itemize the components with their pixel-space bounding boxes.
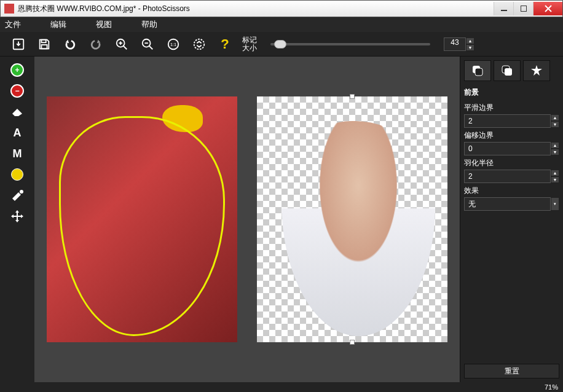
panel-tabs [464,60,559,81]
svg-rect-19 [475,68,482,76]
effect-select[interactable]: 无 [464,197,551,211]
tab-background[interactable] [494,60,521,81]
eraser-tool[interactable] [6,103,28,120]
statusbar: 71% [0,382,563,392]
reset-button[interactable]: 重置 [464,364,559,378]
menubar: 文件 编辑 视图 帮助 [0,17,563,32]
redo-button[interactable] [87,36,104,53]
window-controls [494,2,562,15]
auto-tool[interactable]: A [6,124,28,141]
zoom-out-button[interactable] [139,36,156,53]
menu-file[interactable]: 文件 [5,19,21,30]
svg-point-16 [194,39,205,49]
effect-label: 效果 [464,186,559,196]
svg-point-17 [20,190,23,194]
properties-panel: 前景 平滑边界 2 ▲▼ 偏移边界 0 ▲▼ 羽化半径 2 ▲▼ 效果 无 ▾ … [460,57,563,382]
svg-rect-1 [521,6,527,12]
crop-handle-top[interactable] [350,94,355,99]
svg-marker-22 [531,65,542,76]
result-image [257,96,447,342]
help-button[interactable]: ? [216,36,234,53]
mark-size-input[interactable]: 43 [444,37,466,51]
mark-size-slider[interactable] [270,43,430,45]
smooth-label: 平滑边界 [464,103,559,113]
canvas-container [34,57,460,382]
svg-rect-6 [41,44,47,48]
tab-foreground[interactable] [464,60,491,81]
window-title: 恩腾技术圈 WWW.RVIBO.COM.jpg* - PhotoScissors [18,4,494,14]
foreground-mark-tool[interactable]: + [6,61,28,79]
svg-rect-21 [505,68,512,76]
smooth-input[interactable]: 2 [464,114,551,128]
save-button[interactable] [36,36,53,53]
menu-edit[interactable]: 编辑 [50,19,66,30]
zoom-level: 71% [545,383,558,391]
mark-size-stepper[interactable]: ▲▼ [466,37,474,51]
tab-effects[interactable] [523,60,550,81]
menu-help[interactable]: 帮助 [141,19,157,30]
maximize-button[interactable] [513,2,533,15]
main-area: + − A M 前景 平滑边界 2 [0,57,563,382]
svg-line-8 [124,45,127,49]
offset-input[interactable]: 0 [464,142,551,155]
move-tool[interactable] [6,208,28,225]
svg-text:1:1: 1:1 [170,41,176,47]
zoom-in-button[interactable] [113,36,130,53]
feather-label: 羽化半径 [464,158,559,168]
mark-size-label: 标记 大小 [242,36,257,52]
titlebar: 恩腾技术圈 WWW.RVIBO.COM.jpg* - PhotoScissors [0,0,563,17]
menu-view[interactable]: 视图 [96,19,112,30]
offset-stepper[interactable]: ▲▼ [551,142,559,155]
section-title: 前景 [464,87,559,98]
smooth-stepper[interactable]: ▲▼ [551,114,559,128]
background-mark-tool[interactable]: − [6,82,28,100]
color-pick-tool[interactable] [6,166,28,183]
source-image [47,96,237,342]
svg-line-12 [149,45,153,49]
zoom-fit-button[interactable] [191,36,208,53]
open-button[interactable] [10,36,27,53]
toolbar: 1:1 ? 标记 大小 43 ▲▼ [0,32,563,57]
undo-button[interactable] [61,36,79,53]
source-canvas[interactable] [38,60,246,378]
crop-handle-bottom[interactable] [350,340,355,345]
close-button[interactable] [533,2,562,15]
effect-dropdown[interactable]: ▾ [551,197,559,211]
brush-tool[interactable] [6,187,28,204]
svg-rect-0 [501,10,507,11]
offset-label: 偏移边界 [464,130,559,141]
result-canvas[interactable] [248,60,456,378]
zoom-actual-button[interactable]: 1:1 [165,36,182,53]
manual-tool[interactable]: M [6,145,28,162]
feather-stepper[interactable]: ▲▼ [551,170,559,183]
app-icon [4,4,14,14]
minimize-button[interactable] [494,2,513,15]
left-toolbox: + − A M [0,57,34,382]
svg-rect-5 [41,39,45,42]
feather-input[interactable]: 2 [464,170,551,183]
